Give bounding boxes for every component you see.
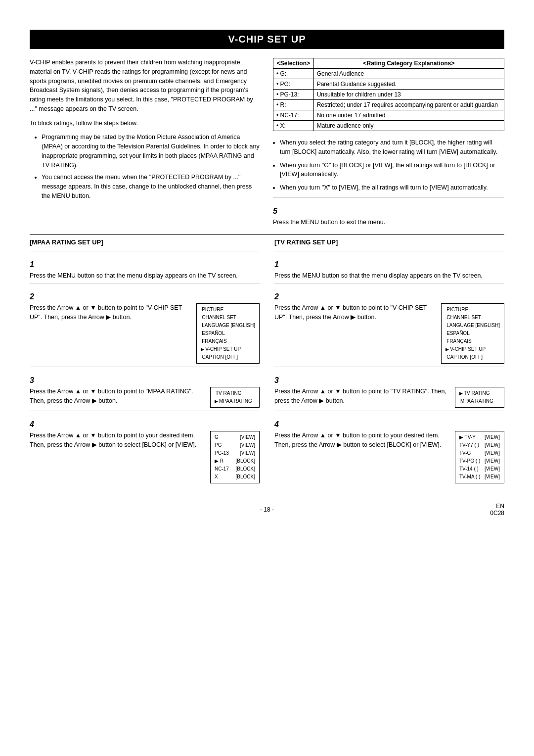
- intro-para-2: To block ratings, follow the steps below…: [30, 119, 261, 128]
- rating-note-3: When you turn "X" to [VIEW], the all rat…: [280, 183, 504, 192]
- mpaa-step4-number: 4: [30, 420, 260, 429]
- rating-nc17-exp: No one under 17 admitted: [313, 110, 504, 121]
- footer: - 18 - EN0C28: [30, 506, 504, 513]
- intro-bullets: Programming may be rated by the Motion P…: [35, 133, 261, 200]
- tv-menu-item-vchip-highlighted: V-CHIP SET UP: [445, 345, 500, 353]
- table-row: • PG: Parental Guidance suggested.: [273, 79, 504, 90]
- rating-x-exp: Mature audience only: [313, 121, 504, 131]
- rating-x: • X:: [273, 121, 314, 131]
- tv-menu-item-picture: PICTURE: [445, 306, 500, 314]
- mpaa-menu-row-pg13: PG-13[VIEW]: [215, 449, 255, 457]
- main-sections: [MPAA RATING SET UP] 1 Press the MENU bu…: [30, 238, 504, 487]
- table-row: • G: General Audience: [273, 69, 504, 79]
- col-selection-header: <Selection>: [273, 58, 314, 69]
- tv-step4-menu: ▶ TV-Y[VIEW] TV-Y7 ( )[VIEW] TV-G[VIEW] …: [455, 431, 504, 483]
- rating-r-exp: Restricted; under 17 requires accompanyi…: [313, 100, 504, 110]
- mpaa-step-3: 3 Press the Arrow ▲ or ▼ button to point…: [30, 367, 260, 408]
- intro-para-1: V-CHIP enables parents to prevent their …: [30, 58, 261, 114]
- mpaa-step-4: 4 Press the Arrow ▲ or ▼ button to point…: [30, 411, 260, 483]
- mpaa-menu-row-x: X[BLOCK]: [215, 473, 255, 481]
- mpaa-step-2: 2 Press the Arrow ▲ or ▼ button to point…: [30, 283, 260, 364]
- tv-step2-text: Press the Arrow ▲ or ▼ button to point t…: [274, 303, 436, 322]
- intro-bullet-2: You cannot access the menu when the "PRO…: [42, 173, 261, 200]
- menu-item-caption: CAPTION [OFF]: [201, 353, 255, 361]
- rating-g-exp: General Audience: [313, 69, 504, 79]
- tv-step3-number: 3: [274, 376, 504, 385]
- tv-step2-menu: PICTURE CHANNEL SET LANGUAGE [ENGLISH] E…: [441, 303, 504, 364]
- footer-code: EN0C28: [490, 503, 504, 517]
- step5-text: Press the MENU button to exit the menu.: [273, 218, 504, 227]
- tv-menu-row-tvpg: TV-PG ( )[VIEW]: [459, 457, 500, 465]
- tv-menu-row-tvma: TV-MA ( )[VIEW]: [459, 473, 500, 481]
- mpaa-step2-menu: PICTURE CHANNEL SET LANGUAGE [ENGLISH] E…: [196, 303, 260, 364]
- tv-step-3: 3 Press the Arrow ▲ or ▼ button to point…: [274, 367, 504, 408]
- mpaa-step4-text: Press the Arrow ▲ or ▼ button to point t…: [30, 431, 205, 450]
- rating-note-2: When you turn "G" to [BLOCK] or [VIEW], …: [280, 161, 504, 180]
- tv-menu-row-tvy7: TV-Y7 ( )[VIEW]: [459, 441, 500, 449]
- tv-step1-number: 1: [274, 260, 504, 269]
- tv-section: [TV RATING SET UP] 1 Press the MENU butt…: [274, 238, 504, 487]
- tv-step3-menu: TV RATING MPAA RATING: [455, 387, 504, 408]
- step5-number: 5: [273, 207, 504, 216]
- menu-item-espanol: ESPAÑOL: [201, 330, 255, 337]
- mpaa-menu-row-pg: PG[VIEW]: [215, 441, 255, 449]
- mpaa-menu-row-nc17: NC-17[BLOCK]: [215, 465, 255, 473]
- mpaa-step1-number: 1: [30, 260, 260, 269]
- mpaa-section: [MPAA RATING SET UP] 1 Press the MENU bu…: [30, 238, 260, 487]
- mpaa-step3-number: 3: [30, 376, 260, 385]
- tv-step-2: 2 Press the Arrow ▲ or ▼ button to point…: [274, 283, 504, 364]
- tv-step-1: 1 Press the MENU button so that the menu…: [274, 251, 504, 281]
- footer-page-number: - 18 -: [260, 506, 274, 513]
- tv-menu-item-language: LANGUAGE [ENGLISH]: [445, 322, 500, 330]
- tv-menu-item-caption: CAPTION [OFF]: [445, 353, 500, 361]
- tv-menu-item-mpaa: MPAA RATING: [459, 397, 500, 405]
- tv-menu-item-tv-rating-highlighted: TV RATING: [459, 389, 500, 397]
- page-title-box: V-CHIP SET UP: [30, 30, 504, 49]
- rating-category-table: <Selection> <Rating Category Explanation…: [273, 58, 504, 131]
- tv-menu-item-channel-set: CHANNEL SET: [445, 314, 500, 322]
- page-title: V-CHIP SET UP: [40, 34, 494, 45]
- rating-nc17: • NC-17:: [273, 110, 314, 121]
- tv-menu-row-tvg: TV-G[VIEW]: [459, 449, 500, 457]
- mpaa-step3-menu: TV RATING MPAA RATING: [210, 387, 260, 408]
- mpaa-menu-row-g: G[VIEW]: [215, 433, 255, 441]
- step5-block: 5 Press the MENU button to exit the menu…: [273, 197, 504, 227]
- table-row: • PG-13: Unsuitable for children under 1…: [273, 90, 504, 100]
- menu-item-picture: PICTURE: [201, 306, 255, 314]
- table-row: • R: Restricted; under 17 requires accom…: [273, 100, 504, 110]
- section-divider-top: [30, 234, 504, 235]
- tv-step4-number: 4: [274, 420, 504, 429]
- rating-pg13-exp: Unsuitable for children under 13: [313, 90, 504, 100]
- tv-heading: [TV RATING SET UP]: [274, 238, 504, 246]
- intro-bullet-1: Programming may be rated by the Motion P…: [42, 133, 261, 170]
- menu-item-tv-rating: TV RATING: [215, 389, 255, 397]
- menu-item-language: LANGUAGE [ENGLISH]: [201, 322, 255, 330]
- rating-pg13: • PG-13:: [273, 90, 314, 100]
- menu-item-channel-set: CHANNEL SET: [201, 314, 255, 322]
- tv-menu-item-espanol: ESPAÑOL: [445, 330, 500, 337]
- menu-item-francais: FRANÇAIS: [201, 337, 255, 345]
- tv-step1-text: Press the MENU button so that the menu d…: [274, 271, 504, 281]
- mpaa-step3-text: Press the Arrow ▲ or ▼ button to point t…: [30, 387, 205, 406]
- menu-item-mpaa-highlighted: MPAA RATING: [215, 397, 255, 405]
- rating-notes-list: When you select the rating category and …: [273, 138, 504, 192]
- intro-column: V-CHIP enables parents to prevent their …: [30, 58, 261, 227]
- mpaa-step4-menu: G[VIEW] PG[VIEW] PG-13[VIEW] ▶ R[BLOCK] …: [210, 431, 260, 483]
- rating-note-1: When you select the rating category and …: [280, 138, 504, 157]
- table-row: • NC-17: No one under 17 admitted: [273, 110, 504, 121]
- table-row: • X: Mature audience only: [273, 121, 504, 131]
- rating-pg-exp: Parental Guidance suggested.: [313, 79, 504, 90]
- tv-step3-text: Press the Arrow ▲ or ▼ button to point t…: [274, 387, 450, 406]
- rating-r: • R:: [273, 100, 314, 110]
- tv-menu-item-francais: FRANÇAIS: [445, 337, 500, 345]
- mpaa-step2-text: Press the Arrow ▲ or ▼ button to point t…: [30, 303, 191, 322]
- col-explanation-header: <Rating Category Explanations>: [313, 58, 504, 69]
- mpaa-step1-text: Press the MENU button so that the menu d…: [30, 271, 260, 281]
- tv-menu-row-tv14: TV-14 ( )[VIEW]: [459, 465, 500, 473]
- mpaa-heading: [MPAA RATING SET UP]: [30, 238, 260, 246]
- tv-step4-text: Press the Arrow ▲ or ▼ button to point t…: [274, 431, 450, 450]
- page-container: V-CHIP SET UP V-CHIP enables parents to …: [20, 0, 514, 543]
- rating-g: • G:: [273, 69, 314, 79]
- tv-step-4: 4 Press the Arrow ▲ or ▼ button to point…: [274, 411, 504, 483]
- rating-table-column: <Selection> <Rating Category Explanation…: [273, 58, 504, 227]
